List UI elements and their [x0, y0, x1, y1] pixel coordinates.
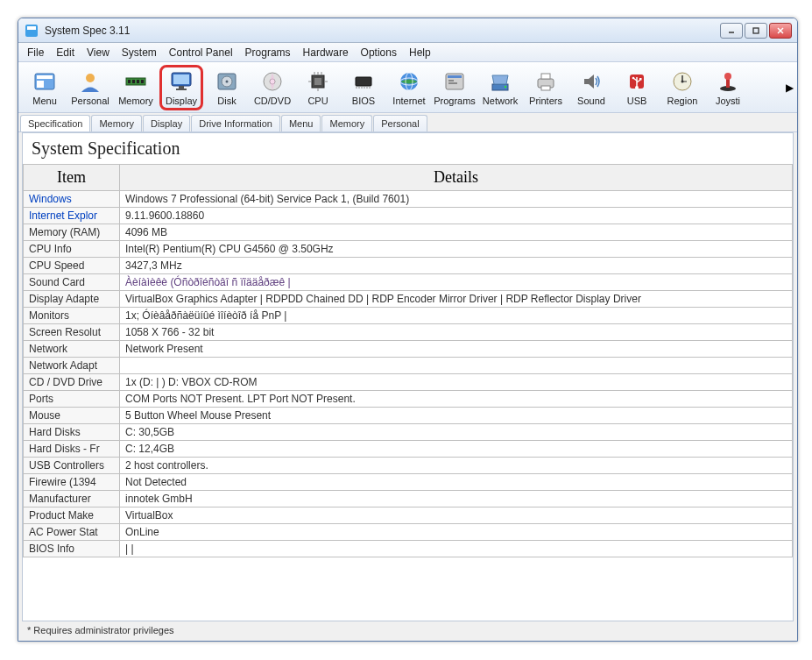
spec-detail: OnLine: [120, 524, 793, 541]
table-row: Firewire (1394Not Detected: [24, 474, 793, 491]
window-controls: [720, 23, 792, 39]
table-row: Sound CardÀèíàìèêè (Óñòðîéñòâî ñ ïîääåðæ…: [24, 274, 793, 291]
toolbar-overflow-arrow[interactable]: ▶: [786, 82, 794, 94]
svg-rect-43: [448, 75, 462, 78]
maximize-button[interactable]: [745, 23, 767, 39]
toolbar-personal-button[interactable]: Personal: [68, 65, 112, 110]
toolbar-label: Sound: [577, 96, 605, 106]
svg-rect-16: [173, 75, 189, 84]
svg-rect-1: [27, 26, 36, 30]
toolbar-bios-button[interactable]: BIOS: [342, 65, 385, 110]
toolbar-label: Printers: [529, 96, 562, 106]
toolbar-region-button[interactable]: Region: [660, 65, 704, 110]
table-row: Hard DisksC: 30,5GB: [24, 424, 793, 441]
spec-detail: C: 12,4GB: [120, 441, 793, 458]
spec-item: Firewire (1394: [24, 474, 120, 491]
toolbar-joystick-button[interactable]: Joysti: [706, 65, 750, 110]
table-row: Screen Resolut1058 X 766 - 32 bit: [24, 324, 793, 341]
menu-icon: [32, 69, 57, 94]
toolbar-internet-button[interactable]: Internet: [387, 65, 431, 110]
table-row: Display AdapteVirtualBox Graphics Adapte…: [24, 291, 793, 308]
svg-rect-17: [179, 86, 184, 89]
toolbar-label: Personal: [71, 96, 109, 106]
section-title: System Specification: [23, 133, 793, 164]
menu-edit[interactable]: Edit: [51, 45, 80, 60]
menu-hardware[interactable]: Hardware: [298, 45, 354, 60]
toolbar-label: BIOS: [352, 96, 375, 106]
menu-file[interactable]: File: [22, 45, 49, 60]
tab-personal[interactable]: Personal: [373, 115, 427, 131]
toolbar-cddvd-button[interactable]: CD/DVD: [251, 65, 294, 110]
table-row: Internet Explor9.11.9600.18860: [24, 208, 793, 224]
spec-item: Sound Card: [24, 274, 120, 291]
tab-menu[interactable]: Menu: [281, 115, 321, 131]
table-row: BIOS Info | |: [24, 541, 793, 557]
close-button[interactable]: [769, 23, 792, 39]
svg-rect-7: [37, 75, 53, 79]
spec-item: Screen Resolut: [24, 324, 120, 341]
spec-item: Manufacturer: [24, 491, 120, 507]
toolbar-label: Network: [483, 96, 518, 106]
menu-programs[interactable]: Programs: [240, 45, 296, 60]
svg-point-64: [724, 73, 731, 80]
spec-detail: 1058 X 766 - 32 bit: [120, 324, 793, 341]
application-window: System Spec 3.11 FileEditViewSystemContr…: [18, 18, 798, 642]
spec-detail: Intel(R) Pentium(R) CPU G4560 @ 3.50GHz: [120, 241, 793, 258]
spec-item: BIOS Info: [24, 541, 120, 557]
toolbar-display-button[interactable]: Display: [159, 65, 203, 110]
spec-detail: 9.11.9600.18860: [120, 208, 793, 224]
spec-detail: 1x (D: | ) D: VBOX CD-ROM: [120, 374, 793, 391]
menu-view[interactable]: View: [81, 45, 115, 60]
svg-rect-18: [176, 89, 187, 90]
spec-detail: | |: [120, 541, 793, 557]
spec-item: CPU Info: [24, 241, 120, 258]
spec-item: Hard Disks: [24, 424, 120, 441]
toolbar-usb-button[interactable]: USB: [615, 65, 659, 110]
memory-icon: [124, 69, 148, 94]
table-row: Hard Disks - FrC: 12,4GB: [24, 441, 793, 458]
toolbar-printers-button[interactable]: Printers: [524, 65, 568, 110]
spec-item: CPU Speed: [24, 258, 120, 274]
spec-detail: Network Present: [120, 341, 793, 358]
toolbar-label: Programs: [434, 96, 476, 106]
menu-help[interactable]: Help: [404, 45, 436, 60]
tab-memory[interactable]: Memory: [321, 115, 372, 131]
svg-point-56: [632, 76, 635, 79]
menu-system[interactable]: System: [117, 45, 162, 60]
content-area: System Specification Item Details Window…: [22, 132, 794, 621]
programs-icon: [442, 69, 467, 94]
toolbar-network-button[interactable]: Network: [478, 65, 522, 110]
spec-detail: 3427,3 MHz: [120, 258, 793, 274]
tab-specification[interactable]: Specification: [20, 115, 90, 131]
spec-item: Ports: [24, 391, 120, 408]
toolbar-disk-button[interactable]: Disk: [205, 65, 249, 110]
spec-detail: VirtualBox Graphics Adapter | RDPDD Chai…: [120, 291, 793, 308]
svg-rect-50: [541, 86, 550, 90]
spec-detail: Not Detected: [120, 474, 793, 491]
toolbar-menu-button[interactable]: Menu: [23, 65, 67, 110]
bios-icon: [351, 69, 376, 94]
toolbar-cpu-button[interactable]: CPU: [296, 65, 340, 110]
tab-display[interactable]: Display: [143, 115, 190, 131]
spec-item: Product Make: [24, 507, 120, 524]
table-row: Mouse5 Button Wheel Mouse Present: [24, 408, 793, 424]
toolbar-memory-button[interactable]: Memory: [114, 65, 158, 110]
spec-detail: innotek GmbH: [120, 491, 793, 507]
network-icon: [488, 69, 512, 94]
toolbar-sound-button[interactable]: Sound: [569, 65, 613, 110]
spec-item: Internet Explor: [24, 208, 120, 224]
table-row: CPU InfoIntel(R) Pentium(R) CPU G4560 @ …: [24, 241, 793, 258]
menu-options[interactable]: Options: [356, 45, 402, 60]
footer-note: * Requires administrator privileges: [18, 621, 797, 641]
toolbar-programs-button[interactable]: Programs: [433, 65, 477, 110]
col-header-details: Details: [120, 165, 793, 191]
region-icon: [670, 69, 695, 94]
spec-item: Mouse: [24, 408, 120, 424]
menu-control-panel[interactable]: Control Panel: [164, 45, 238, 60]
tab-drive-information[interactable]: Drive Information: [191, 115, 280, 131]
spec-item: Windows: [24, 191, 120, 208]
minimize-button[interactable]: [720, 23, 743, 39]
tab-memory[interactable]: Memory: [91, 115, 142, 131]
svg-rect-45: [448, 82, 457, 84]
toolbar-label: Display: [166, 96, 197, 106]
